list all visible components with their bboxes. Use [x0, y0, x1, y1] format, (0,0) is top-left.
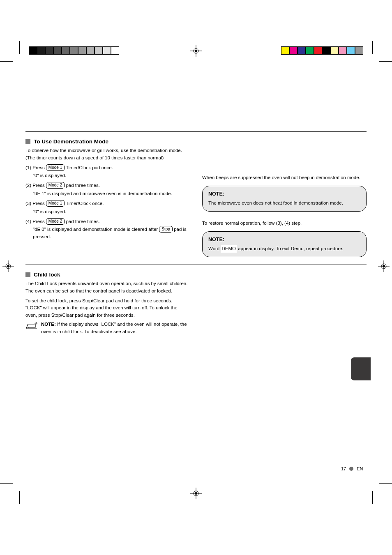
childlock-right-column: [202, 280, 367, 336]
body-text: "0" is displayed.: [25, 172, 190, 180]
body-text: (1) Press: [25, 165, 46, 170]
note-body: If the display shows "LOCK" and the oven…: [41, 322, 187, 334]
registration-mark-icon: [2, 260, 14, 272]
crop-mark: [0, 483, 13, 484]
body-text: (2) Press: [25, 183, 46, 188]
keycap-mode1: Mode 1: [46, 164, 65, 171]
registration-mark-icon: [190, 45, 202, 57]
body-text: "dE 0" is displayed and demonstration mo…: [33, 227, 159, 232]
bullet-square-icon: [25, 139, 30, 144]
page-dot-icon: [349, 467, 353, 471]
pencil-note-icon: [25, 321, 38, 332]
crop-mark: [19, 41, 20, 54]
swatch: [53, 46, 62, 55]
note-body: Word DEMO appear in display. To exit Dem…: [208, 245, 360, 253]
page-content: To Use Demonstration Mode To observe how…: [25, 74, 367, 336]
swatch: [62, 46, 70, 55]
crop-mark: [19, 491, 20, 504]
crop-mark: [379, 483, 392, 484]
registration-mark-icon: [190, 488, 202, 499]
swatch: [306, 46, 314, 55]
keycap-mode2: Mode 2: [46, 218, 65, 225]
swatch: [78, 46, 86, 55]
swatch: [45, 46, 53, 55]
body-text: To restore normal operation, follow (3),…: [202, 220, 367, 227]
body-text: To set the child lock, press Stop/Clear …: [25, 297, 190, 319]
swatch: [330, 46, 339, 55]
page-lang: EN: [357, 466, 363, 471]
section-title: To Use Demonstration Mode: [34, 138, 108, 145]
swatch: [289, 46, 297, 55]
page-number: 17 EN: [341, 466, 363, 471]
body-text: "0" is displayed.: [25, 208, 190, 216]
crop-mark: [372, 41, 373, 54]
note-label: NOTE:: [41, 322, 56, 327]
registration-mark-icon: [378, 260, 390, 272]
swatch: [297, 46, 306, 55]
swatch: [86, 46, 95, 55]
swatch: [95, 46, 103, 55]
body-text: The Child Lock prevents unwanted oven op…: [25, 280, 190, 295]
demo-right-column: When beeps are suppressed the oven will …: [202, 147, 367, 257]
note-title: NOTE:: [208, 190, 360, 198]
childlock-left-column: The Child Lock prevents unwanted oven op…: [25, 280, 190, 336]
keycap-mode2: Mode 2: [46, 182, 65, 189]
note-line: NOTE: If the display shows "LOCK" and th…: [25, 321, 190, 336]
swatch: [281, 46, 289, 55]
section-rule: [25, 131, 367, 132]
swatch: [111, 46, 119, 55]
swatch: [37, 46, 45, 55]
body-text: (3) Press: [25, 201, 46, 206]
swatch: [339, 46, 347, 55]
swatch: [347, 46, 355, 55]
note-text: appear in display. To exit Demo, repeat …: [237, 246, 344, 251]
body-text: (4) Press: [25, 219, 46, 224]
body-text: pad three times.: [66, 183, 99, 188]
note-text: Word: [208, 246, 221, 251]
note-box: NOTE: The microwave oven does not heat f…: [202, 186, 367, 212]
demo-left-column: To observe how the microwave or grill wo…: [25, 147, 190, 257]
bullet-square-icon: [25, 272, 30, 277]
grayscale-swatches: [29, 46, 119, 55]
side-tab: [351, 357, 371, 380]
section-rule: [25, 265, 367, 265]
body-text: "dE 1" is displayed and microwave oven i…: [25, 190, 190, 198]
swatch: [314, 46, 322, 55]
section-title: Child lock: [34, 272, 60, 278]
crop-mark: [372, 491, 373, 504]
swatch: [322, 46, 330, 55]
body-text: When beeps are suppressed the oven will …: [202, 174, 367, 182]
body-text: Timer/Clock once.: [66, 201, 104, 206]
swatch: [355, 46, 363, 55]
page-number-value: 17: [341, 466, 346, 471]
note-text: NOTE: If the display shows "LOCK" and th…: [41, 321, 190, 336]
keycap-stop: Stop: [159, 226, 173, 233]
swatch: [103, 46, 111, 55]
section-header-childlock: Child lock: [25, 272, 367, 278]
highlighted-word: DEMO: [221, 245, 237, 253]
crop-mark: [0, 61, 13, 62]
note-title: NOTE:: [208, 236, 360, 244]
body-text: Timer/Clock pad once.: [66, 165, 113, 170]
body-text: pad three times.: [66, 219, 99, 224]
note-box: NOTE: Word DEMO appear in display. To ex…: [202, 231, 367, 257]
note-body: The microwave oven does not heat food in…: [208, 200, 360, 207]
body-text: To observe how the microwave or grill wo…: [25, 147, 190, 162]
swatch: [29, 46, 37, 55]
crop-mark: [379, 61, 392, 62]
swatch: [70, 46, 78, 55]
color-swatches: [281, 46, 363, 55]
section-header-demo: To Use Demonstration Mode: [25, 138, 367, 145]
keycap-mode1: Mode 1: [46, 200, 65, 207]
